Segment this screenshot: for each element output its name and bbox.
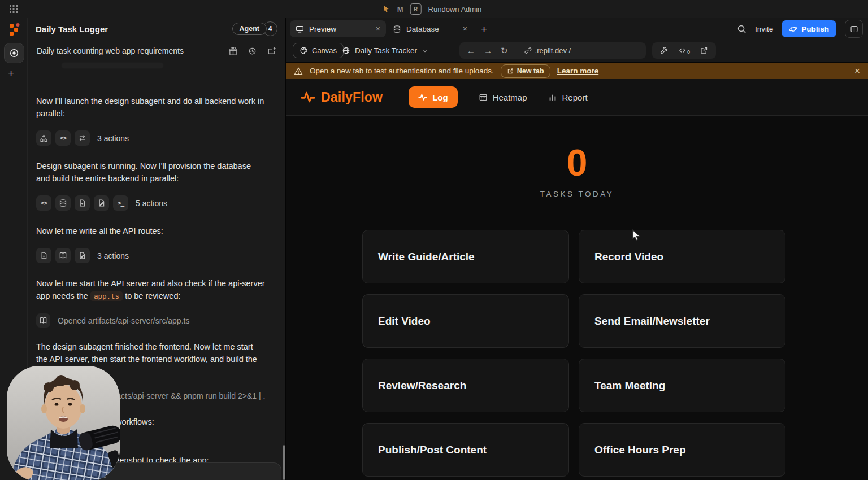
refresh-button[interactable]: ↻: [501, 46, 508, 55]
learn-more-link[interactable]: Learn more: [557, 67, 599, 75]
code-icon: <>: [55, 130, 71, 146]
history-icon[interactable]: [248, 46, 257, 56]
nav-report-label: Report: [562, 93, 588, 102]
agent-mode-badge[interactable]: Agent: [232, 23, 267, 35]
book-open-icon: [59, 251, 67, 260]
database-icon: [59, 199, 67, 207]
layout-toggle-button[interactable]: [845, 20, 863, 38]
agent-message: Now let me write all the API routes:: [36, 225, 265, 237]
task-button-record-video[interactable]: Record Video: [579, 230, 785, 283]
new-tab-label: New tab: [517, 67, 544, 75]
canvas-button[interactable]: Canvas: [293, 43, 344, 58]
pulse-icon: [418, 93, 427, 102]
url-field[interactable]: .replit.dev /: [524, 46, 571, 55]
close-icon[interactable]: ×: [463, 24, 467, 33]
url-text: .replit.dev /: [535, 46, 571, 55]
task-button-write-guide[interactable]: Write Guide/Article: [362, 230, 569, 283]
preview-frame: DailyFlow Log Heatmap Report: [286, 79, 868, 480]
tab-label: Database: [406, 25, 439, 33]
task-button-edit-video[interactable]: Edit Video: [362, 294, 569, 348]
terminal-icon: >_: [113, 195, 128, 211]
header-actions: Invite Publish: [737, 20, 863, 37]
monitor-icon: [296, 25, 304, 33]
app-menu[interactable]: Daily Task Tracker: [342, 43, 428, 58]
devtools-count: 0: [687, 50, 690, 55]
task-button-office-hours[interactable]: Office Hours Prep: [579, 423, 785, 477]
action-group[interactable]: 3 actions: [36, 248, 265, 263]
task-button-review-research[interactable]: Review/Research: [362, 359, 569, 412]
mouse-cursor: [632, 229, 641, 242]
file-plus-icon: [78, 199, 86, 207]
publish-button[interactable]: Publish: [782, 20, 836, 37]
new-tab-action-button[interactable]: New tab: [501, 64, 550, 78]
banner-close-icon[interactable]: ×: [854, 66, 860, 76]
task-button-publish-content[interactable]: Publish/Post Content: [362, 423, 569, 477]
window-titlebar: M R Rundown Admin: [0, 0, 868, 18]
url-bar[interactable]: ← → ↻ .replit.dev /: [459, 42, 646, 59]
wrench-icon[interactable]: [660, 46, 669, 55]
hierarchy-icon: [40, 134, 48, 142]
tool-call-row[interactable]: Opened artifacts/api-server/src/app.ts: [36, 313, 265, 328]
nav-log-button[interactable]: Log: [409, 86, 458, 108]
task-count-value: 0: [286, 144, 868, 181]
pulse-icon: [301, 90, 315, 104]
action-count: 5 actions: [136, 199, 167, 208]
tool-call-text: Opened artifacts/api-server/src/app.ts: [58, 316, 189, 325]
code-token[interactable]: app.ts: [90, 291, 123, 301]
dailyflow-brand[interactable]: DailyFlow: [301, 90, 383, 105]
action-group[interactable]: <> >_ 5 actions: [36, 195, 265, 211]
back-button[interactable]: ←: [467, 46, 475, 55]
file-edit-icon: [97, 199, 106, 207]
thread-header: Daily task counting web app requirements: [28, 40, 285, 62]
gift-icon[interactable]: [228, 46, 238, 56]
header-divider: [0, 40, 285, 40]
open-external-icon[interactable]: [700, 46, 708, 55]
chat-scrollbar[interactable]: [283, 445, 285, 480]
new-tab-button[interactable]: +: [481, 24, 487, 34]
gmail-icon: M: [397, 5, 403, 14]
planet-icon: [789, 25, 797, 33]
publish-label: Publish: [801, 25, 829, 33]
file-plus-icon: [40, 251, 48, 260]
app-window: M R Rundown Admin + Daily Task Logger: [0, 0, 868, 480]
task-button-team-meeting[interactable]: Team Meeting: [579, 359, 785, 412]
presenter-video: [7, 366, 120, 480]
agent-message: Now I'll launch the design subagent and …: [36, 95, 265, 120]
task-button-send-email[interactable]: Send Email/Newsletter: [579, 294, 785, 348]
close-icon[interactable]: ×: [376, 24, 380, 33]
code-icon: <>: [36, 195, 51, 211]
dailyflow-header: DailyFlow Log Heatmap Report: [286, 79, 868, 116]
search-icon[interactable]: [737, 24, 747, 34]
action-count: 3 actions: [97, 251, 129, 260]
agent-badges: Agent 4: [232, 21, 277, 36]
project-title: Daily Task Logger: [36, 24, 108, 34]
nav-heatmap-button[interactable]: Heatmap: [479, 93, 527, 102]
record-icon: [9, 48, 19, 58]
replit-logo-icon[interactable]: [7, 23, 21, 36]
nav-report-button[interactable]: Report: [548, 93, 588, 102]
tab-database[interactable]: Database ×: [387, 20, 473, 37]
agent-message: Design subagent is running. Now I'll pro…: [36, 160, 265, 185]
globe-icon: [342, 46, 350, 55]
agent-panel-header: Daily Task Logger Agent 4: [28, 18, 285, 40]
action-count: 3 actions: [97, 134, 129, 143]
pointer-flag-icon: [383, 5, 390, 13]
devtools-button[interactable]: 0: [678, 46, 690, 55]
workspace: Preview × Database × + Invite Publish: [286, 18, 868, 480]
new-session-button[interactable]: +: [8, 68, 14, 78]
agent-session-button[interactable]: [4, 43, 24, 63]
dailyflow-nav: Log Heatmap Report: [409, 86, 587, 108]
scrolled-content-ghost: [62, 63, 163, 68]
thread-title: Daily task counting web app requirements: [37, 46, 219, 55]
window-title: Rundown Admin: [428, 5, 482, 14]
workflow-icon: [78, 134, 86, 142]
palette-icon: [300, 46, 308, 55]
canvas-label: Canvas: [312, 46, 337, 55]
new-thread-icon[interactable]: [267, 46, 276, 56]
tab-preview[interactable]: Preview ×: [290, 20, 386, 37]
forward-button[interactable]: →: [484, 46, 492, 55]
invite-button[interactable]: Invite: [755, 25, 773, 33]
action-group[interactable]: <> 3 actions: [36, 130, 265, 146]
rundown-badge-icon: R: [410, 3, 422, 15]
app-launcher-icon[interactable]: [9, 5, 18, 14]
